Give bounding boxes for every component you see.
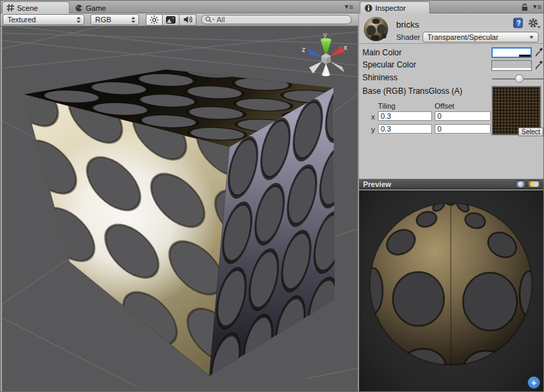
specular-color-swatch[interactable]: [491, 60, 532, 71]
texture-select-button[interactable]: Select: [518, 128, 543, 136]
scene-lighting-button[interactable]: [146, 14, 163, 26]
plus-icon: +: [531, 378, 537, 388]
orientation-gizmo[interactable]: y z x: [302, 30, 348, 76]
x-row-label: x: [371, 113, 375, 121]
sun-icon: [150, 16, 159, 24]
channel-dropdown[interactable]: RGB: [90, 14, 139, 25]
x-axis-cone: [330, 46, 345, 57]
preview-sphere-render: [359, 190, 544, 392]
info-icon: [364, 4, 373, 12]
scene-render: y z x: [2, 26, 358, 391]
tab-game-label: Game: [86, 4, 106, 12]
material-ball-icon: [363, 16, 389, 42]
search-filter-label: All: [217, 16, 225, 24]
tab-scene[interactable]: Scene: [2, 1, 70, 13]
gizmo-y-label: y: [323, 30, 327, 38]
gizmo-gray-cone: [322, 63, 330, 75]
shader-dropdown[interactable]: Transparent/Specular: [423, 32, 539, 43]
help-book-icon[interactable]: ?: [513, 18, 524, 28]
game-icon: [75, 4, 83, 12]
speaker-icon: [184, 16, 192, 24]
unity-editor-window: Scene Game ▼≡ Textured RGB: [0, 0, 544, 392]
preview-lighting-button[interactable]: [527, 180, 541, 188]
offset-y-input[interactable]: [435, 124, 491, 134]
base-map-label: Base (RGB) TransGloss (A): [362, 86, 462, 96]
specular-eyedropper-icon[interactable]: [535, 60, 543, 69]
tiling-y-input[interactable]: [378, 124, 432, 134]
gizmo-z-label: z: [302, 45, 306, 53]
main-color-label: Main Color: [362, 48, 402, 57]
offset-header: Offset: [435, 102, 454, 110]
gizmo-gray-cone: [309, 61, 322, 74]
scene-toggle-group: [146, 14, 196, 26]
preview-shape-button[interactable]: [515, 180, 526, 188]
tiling-header: Tiling: [378, 102, 396, 110]
specular-color-label: Specular Color: [362, 60, 416, 69]
preview-title: Preview: [363, 180, 391, 188]
z-axis-cone: [307, 48, 322, 57]
shader-label: Shader: [396, 33, 420, 41]
preview-header[interactable]: Preview: [359, 179, 544, 190]
scene-audio-button[interactable]: [180, 14, 196, 26]
preview-add-button[interactable]: +: [528, 376, 540, 389]
updown-chevron-icon: [76, 17, 81, 23]
tab-inspector[interactable]: Inspector: [360, 1, 430, 13]
shader-value: Transparent/Specular: [427, 33, 498, 41]
scene-grid-icon: [7, 4, 14, 11]
tab-scene-label: Scene: [17, 4, 38, 12]
offset-x-input[interactable]: [435, 111, 491, 121]
scene-overlay-button[interactable]: [163, 14, 180, 26]
tab-game[interactable]: Game: [71, 2, 118, 14]
chevron-down-icon: [529, 36, 534, 39]
scene-panel-menu-icon[interactable]: ▼≡: [344, 3, 353, 11]
material-preview-area[interactable]: +: [359, 190, 544, 392]
shininess-slider[interactable]: [492, 78, 543, 80]
render-mode-value: Textured: [7, 16, 36, 24]
scene-toolbar: Textured RGB: [1, 13, 358, 26]
main-color-swatch[interactable]: [491, 47, 532, 58]
light-dot-icon: [533, 181, 539, 187]
image-icon: [166, 16, 175, 24]
scene-tabbar: Scene Game ▼≡: [1, 1, 358, 13]
main-color-eyedropper-icon[interactable]: [535, 47, 543, 57]
textured-cube[interactable]: [2, 63, 358, 391]
y-row-label: y: [371, 125, 375, 134]
inspector-panel-menu-icon[interactable]: ▼≡: [532, 3, 541, 11]
svg-text:?: ?: [516, 20, 520, 27]
shininess-thumb[interactable]: [515, 74, 524, 83]
material-header: bricks Shader Transparent/Specular ?: [359, 13, 544, 44]
inspector-panel: Inspector ▼≡: [358, 1, 544, 392]
tab-inspector-label: Inspector: [375, 4, 406, 12]
tiling-x-input[interactable]: [378, 111, 432, 121]
search-icon: [205, 16, 215, 23]
inspector-tabbar: Inspector ▼≡: [359, 1, 544, 13]
scene-viewport[interactable]: y z x: [1, 26, 358, 392]
scene-search-input[interactable]: All: [201, 15, 352, 24]
gear-icon[interactable]: [528, 18, 541, 29]
render-mode-dropdown[interactable]: Textured: [3, 14, 84, 25]
shininess-label: Shininess: [362, 73, 398, 82]
lock-icon[interactable]: [521, 3, 528, 11]
channel-value: RGB: [95, 16, 111, 24]
gizmo-x-label: x: [344, 43, 348, 51]
scene-panel: Scene Game ▼≡ Textured RGB: [1, 1, 358, 392]
material-name: bricks: [396, 20, 419, 30]
sphere-icon: [518, 181, 524, 188]
updown-chevron-icon: [131, 17, 136, 23]
